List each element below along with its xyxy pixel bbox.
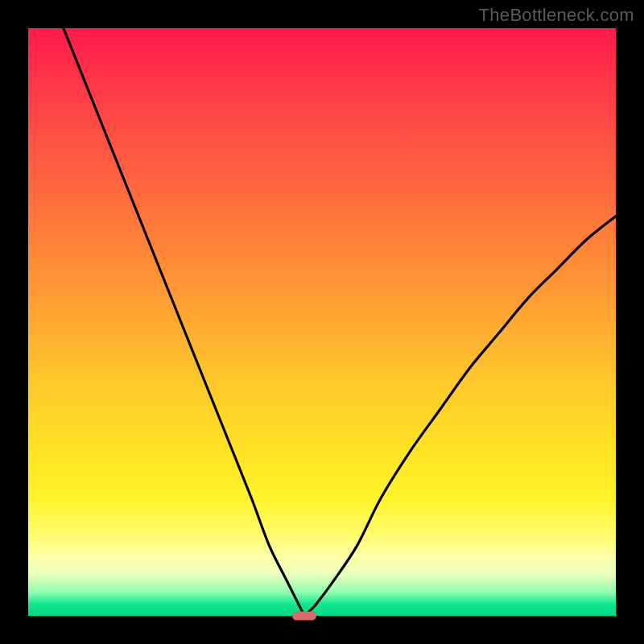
min-marker-pill [292, 612, 316, 621]
bottleneck-curve [64, 28, 616, 617]
outer-frame: TheBottleneck.com [0, 0, 644, 644]
watermark-text: TheBottleneck.com [479, 5, 634, 26]
curve-svg [28, 28, 616, 616]
